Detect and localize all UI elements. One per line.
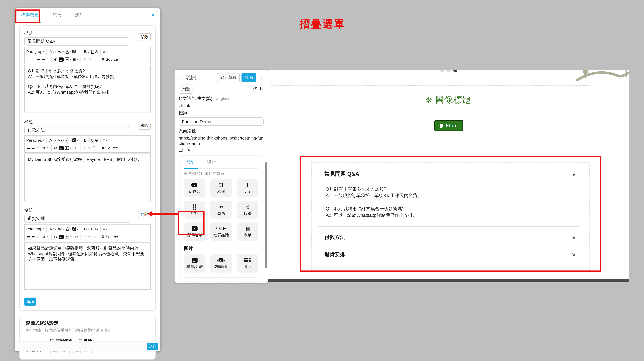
redo-button[interactable]: ↷ — [88, 235, 91, 239]
kebab-menu-icon[interactable] — [259, 75, 264, 80]
insert-table-dropdown[interactable]: ⊞∨ — [72, 235, 78, 239]
close-icon[interactable] — [151, 12, 155, 18]
blockquote-button[interactable]: ❝ — [46, 57, 49, 61]
insert-table-dropdown[interactable]: ⊞∨ — [72, 146, 78, 150]
font-color-dropdown[interactable]: A∨ — [66, 49, 71, 54]
paragraph-style-dropdown[interactable]: Paragraph∨ — [26, 227, 44, 231]
copy-icon[interactable] — [179, 147, 183, 153]
section-title-input-0[interactable] — [24, 37, 130, 45]
undo-button[interactable]: ↶ — [84, 57, 87, 61]
publish-button[interactable]: 發佈 — [242, 73, 256, 82]
numbered-list-button[interactable]: ≕ — [32, 57, 36, 61]
blockquote-button[interactable]: ❝ — [46, 146, 49, 150]
remove-format-button[interactable]: Tx — [93, 235, 96, 239]
outdent-button[interactable]: ⇤ — [37, 57, 40, 61]
font-family-dropdown[interactable]: Aa∨ — [58, 138, 65, 142]
background-color-dropdown[interactable]: A∨ — [72, 49, 78, 53]
align-dropdown[interactable]: ≡∨ — [103, 49, 108, 53]
component-tile-rotate[interactable]: ◂▸ 旋轉設計 — [210, 254, 232, 273]
carousel-dot[interactable] — [447, 70, 450, 72]
indent-button[interactable]: ⇥ — [42, 57, 45, 61]
remove-section-button[interactable]: 移除 — [138, 122, 151, 130]
insert-media-dropdown[interactable]: ▶∨ — [65, 235, 71, 239]
component-tile-slideshow[interactable]: ‹› 幻燈片 — [184, 179, 206, 197]
page-title-input[interactable] — [179, 117, 264, 126]
richtext-content[interactable]: My Demo Shop接受銀行轉帳、Payme、FPS、信用卡付款。 — [24, 153, 151, 201]
insert-image-button[interactable] — [59, 146, 64, 150]
font-size-dropdown[interactable]: A↕∨ — [50, 227, 56, 231]
palette-scrollbar[interactable] — [265, 162, 267, 268]
indent-button[interactable]: ⇥ — [42, 235, 45, 239]
carousel-dot-active[interactable] — [454, 70, 457, 72]
component-tile-gallery[interactable]: 圖庫 — [237, 254, 258, 273]
align-dropdown[interactable]: ≡∨ — [103, 227, 108, 231]
tab-language[interactable]: 語言 — [52, 8, 62, 22]
undo-icon[interactable] — [253, 86, 257, 92]
blockquote-button[interactable]: ❝ — [46, 235, 49, 239]
font-family-dropdown[interactable]: Aa∨ — [58, 227, 65, 231]
bold-button[interactable]: B — [84, 138, 87, 142]
component-tile-form[interactable]: ▦ 表單 — [237, 223, 258, 241]
underline-button[interactable]: U — [91, 138, 94, 142]
section-title-input-2[interactable] — [24, 215, 130, 223]
background-color-dropdown[interactable]: A∨ — [72, 138, 78, 142]
bullet-list-button[interactable]: ≔ — [26, 146, 30, 150]
outdent-button[interactable]: ⇤ — [37, 235, 40, 239]
redo-button[interactable]: ↷ — [88, 57, 91, 61]
richtext-content[interactable]: Q1: 訂單下單番多久才會送貨?A1: 一般現貨訂單將於下單後3個工作天內發貨。… — [24, 65, 151, 112]
source-button[interactable]: ⟨⟩ Source — [102, 146, 118, 150]
underline-button[interactable]: U — [91, 227, 94, 231]
component-tile-media[interactable]: ♥♪ 圖像 — [210, 201, 232, 219]
bullet-list-button[interactable]: ≔ — [26, 235, 30, 239]
link-button[interactable]: ⊘ — [54, 235, 57, 239]
strikethrough-button[interactable]: S — [95, 138, 98, 142]
tab-palette-design[interactable]: 設計 — [186, 159, 196, 168]
add-section-button[interactable]: 新增 — [24, 298, 36, 306]
insert-table-dropdown[interactable]: ⊞∨ — [72, 57, 78, 61]
richtext-content[interactable]: 如果貨品於運送途中導致損壞，您可於收到貨品24小時內於Whatsapp聯絡我們，… — [24, 242, 151, 290]
bold-button[interactable]: B — [84, 49, 87, 53]
insert-image-button[interactable] — [59, 235, 64, 239]
italic-button[interactable]: I — [88, 49, 90, 53]
remove-section-button[interactable]: 移除 — [138, 33, 151, 41]
font-size-dropdown[interactable]: A↕∨ — [50, 138, 56, 142]
numbered-list-button[interactable]: ≕ — [32, 146, 36, 150]
component-tile-heading[interactable]: H 標題 — [210, 179, 232, 197]
save-button[interactable]: 儲存 — [147, 343, 158, 350]
tab-design[interactable]: 設計 — [74, 8, 85, 22]
language-option-zh[interactable]: 中文(繁) — [198, 96, 212, 101]
component-news[interactable] — [210, 282, 232, 283]
section-title-input-1[interactable] — [24, 126, 130, 134]
redo-icon[interactable] — [260, 86, 264, 92]
font-color-dropdown[interactable]: A∨ — [66, 138, 71, 142]
bold-button[interactable]: B — [84, 227, 87, 231]
component-tile-button[interactable]: ☝ 按鍵 — [237, 201, 258, 219]
insert-media-dropdown[interactable]: ▶∨ — [65, 57, 71, 61]
source-button[interactable]: ⟨⟩ Source — [102, 235, 118, 239]
undo-button[interactable]: ↶ — [84, 235, 87, 239]
edit-pencil-icon[interactable] — [186, 147, 190, 153]
remove-format-button[interactable]: Tx — [93, 57, 96, 61]
underline-button[interactable]: U — [91, 49, 94, 53]
component-tile-text[interactable]: I 文字 — [237, 179, 258, 197]
paragraph-style-dropdown[interactable]: Paragraph∨ — [26, 138, 44, 142]
remove-format-button[interactable]: Tx — [93, 146, 96, 150]
save-draft-button[interactable]: 儲存草稿 — [217, 73, 240, 82]
component-tile-social[interactable]: ⓕ◎▶ 社群媒體 — [210, 223, 232, 241]
strikethrough-button[interactable]: S — [95, 227, 98, 231]
component-tile-single-image[interactable]: 單圖/列表 — [184, 254, 206, 273]
font-size-dropdown[interactable]: A↕∨ — [50, 49, 56, 53]
tab-accordion-menu[interactable]: 摺疊選單 — [20, 8, 40, 22]
insert-image-button[interactable] — [59, 57, 64, 61]
back-button[interactable]: 離開 — [179, 74, 196, 81]
strikethrough-button[interactable]: S — [95, 49, 98, 53]
language-option-en[interactable]: English — [216, 96, 229, 101]
insert-media-dropdown[interactable]: ▶∨ — [65, 146, 71, 150]
more-button[interactable]: More — [434, 120, 463, 131]
carousel-dot[interactable] — [440, 70, 444, 72]
component-coupon[interactable] — [237, 282, 258, 283]
preview-button[interactable]: 預覽 — [179, 84, 194, 94]
redo-button[interactable]: ↷ — [88, 146, 91, 150]
component-products[interactable] — [184, 282, 206, 283]
font-family-dropdown[interactable]: Aa∨ — [58, 49, 65, 53]
